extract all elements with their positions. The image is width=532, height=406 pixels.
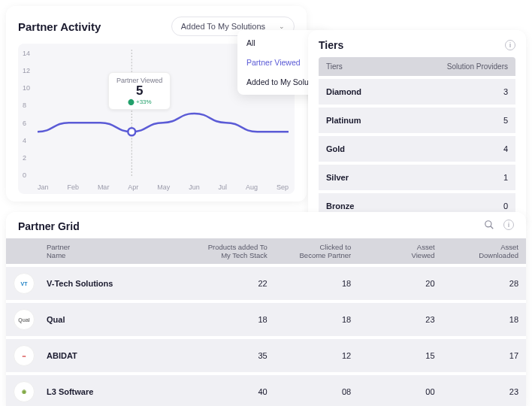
tiers-header-row: Tiers Solution Providers	[319, 57, 515, 76]
cell-downloaded: 18	[435, 315, 518, 324]
grid-col-products: Products added ToMy Tech Stack	[183, 243, 267, 259]
tier-count: 5	[503, 116, 508, 125]
cell-downloaded: 23	[435, 387, 518, 396]
tooltip-value: 5	[116, 84, 162, 98]
tiers-card: Tiers i Tiers Solution Providers Diamond…	[308, 30, 526, 228]
info-icon[interactable]: i	[503, 220, 514, 230]
table-row[interactable]: ∞ABIDAT35121517	[6, 336, 526, 372]
cell-viewed: 23	[351, 315, 434, 324]
y-tick: 8	[23, 102, 30, 109]
chart-title: Partner Activity	[18, 20, 101, 33]
cell-products: 35	[183, 351, 267, 360]
tier-count: 1	[503, 173, 508, 182]
table-row[interactable]: ◉L3 Software40080023	[6, 372, 526, 406]
y-tick: 0	[23, 171, 30, 179]
svg-line-3	[491, 226, 494, 229]
partner-name: ABIDAT	[47, 351, 183, 360]
cell-clicked: 12	[268, 351, 351, 360]
tiers-title: Tiers	[319, 39, 343, 51]
x-tick: Apr	[128, 183, 138, 191]
x-tick: Jul	[219, 183, 228, 191]
y-tick: 14	[23, 50, 30, 57]
chevron-down-icon: ⌄	[279, 23, 285, 30]
partner-logo: ∞	[14, 345, 35, 366]
tiers-col-name: Tiers	[326, 62, 343, 71]
tier-name: Platinum	[326, 116, 361, 125]
tier-count: 3	[503, 87, 508, 96]
partner-grid-section: Partner Grid i PartnerName Products adde…	[6, 212, 526, 406]
grid-header-row: PartnerName Products added ToMy Tech Sta…	[6, 238, 526, 264]
y-tick: 6	[23, 120, 30, 127]
tier-name: Diamond	[326, 87, 361, 96]
tier-count: 0	[503, 201, 508, 211]
x-tick: Jan	[38, 183, 49, 191]
partner-logo: Qual	[14, 309, 35, 330]
x-tick: Aug	[246, 183, 258, 191]
y-tick: 2	[23, 154, 30, 162]
tiers-col-count: Solution Providers	[447, 62, 508, 71]
tooltip-delta: ⬤ +33%	[116, 98, 162, 105]
grid-col-viewed: AssetViewed	[351, 243, 434, 259]
cell-viewed: 15	[351, 351, 434, 360]
cell-clicked: 08	[268, 387, 351, 396]
grid-col-downloaded: AssetDownloaded	[435, 243, 518, 259]
y-tick: 10	[23, 84, 30, 92]
grid-col-clicked: Clicked toBecome Partner	[268, 243, 351, 259]
tier-count: 4	[503, 144, 508, 153]
tiers-row[interactable]: Diamond3	[319, 76, 515, 105]
tiers-row[interactable]: Silver1	[319, 162, 515, 190]
partner-name: L3 Software	[47, 387, 183, 396]
cell-products: 22	[183, 279, 267, 288]
cell-clicked: 18	[268, 315, 351, 324]
grid-col-partner: PartnerName	[47, 243, 183, 259]
chart-tooltip: Partner Viewed 5 ⬤ +33%	[108, 72, 171, 110]
x-tick: Jun	[189, 183, 200, 191]
info-icon[interactable]: i	[505, 40, 515, 50]
svg-point-2	[485, 221, 491, 227]
x-tick: Mar	[98, 183, 110, 191]
table-row[interactable]: QualQual18182318	[6, 300, 526, 336]
grid-title: Partner Grid	[18, 220, 484, 232]
cell-products: 40	[183, 387, 267, 396]
tier-name: Silver	[326, 173, 349, 182]
partner-name: Qual	[47, 315, 183, 324]
y-tick: 4	[23, 137, 30, 144]
tiers-row[interactable]: Platinum5	[319, 105, 515, 133]
tier-name: Gold	[326, 144, 345, 153]
x-axis: JanFebMarAprMayJunJulAugSep	[38, 183, 289, 191]
partner-name: V-Tech Solutions	[47, 279, 183, 288]
cell-viewed: 20	[351, 279, 434, 288]
tiers-row[interactable]: Gold4	[319, 133, 515, 162]
x-tick: May	[157, 183, 170, 191]
tier-name: Bronze	[326, 201, 354, 211]
partner-logo: VT	[14, 273, 35, 294]
cell-products: 18	[183, 315, 267, 324]
y-axis: 14121086420	[23, 50, 30, 179]
search-icon[interactable]	[484, 220, 494, 232]
table-row[interactable]: VTV-Tech Solutions22182028	[6, 264, 526, 300]
x-tick: Sep	[277, 183, 289, 191]
cell-viewed: 00	[351, 387, 434, 396]
y-tick: 12	[23, 67, 30, 74]
partner-logo: ◉	[14, 381, 35, 402]
svg-point-1	[128, 128, 135, 135]
cell-downloaded: 28	[435, 279, 518, 288]
x-tick: Feb	[67, 183, 79, 191]
cell-clicked: 18	[268, 279, 351, 288]
cell-downloaded: 17	[435, 351, 518, 360]
